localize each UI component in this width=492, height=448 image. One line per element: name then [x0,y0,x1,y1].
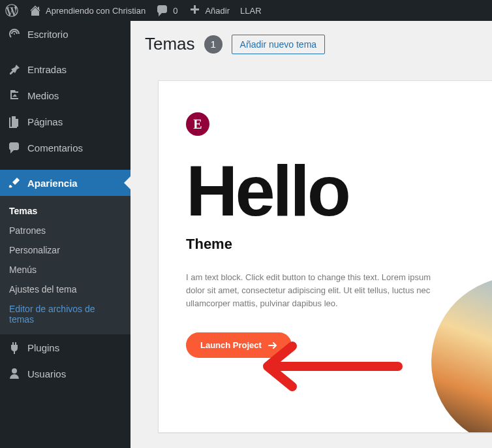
sidebar-item-media[interactable]: Medios [0,82,131,108]
admin-sidebar: Escritorio Entradas Medios Páginas [0,21,131,448]
sidebar-item-pages[interactable]: Páginas [0,108,131,135]
sidebar-item-label: Plugins [27,342,59,353]
user-icon [8,367,21,380]
comments-link[interactable]: 0 [151,0,183,21]
theme-title: Hello [186,158,469,223]
add-new-link[interactable]: Añadir [183,0,235,21]
comment-icon [156,4,169,17]
arrow-right-icon [268,342,277,349]
main-content: Temas 1 Añadir nuevo tema E Hello Theme … [131,21,492,448]
wordpress-icon [5,4,18,17]
sidebar-item-label: Usuarios [27,368,66,379]
submenu-item-patterns[interactable]: Patrones [0,221,131,240]
sidebar-item-label: Entradas [27,64,67,75]
pin-icon [8,63,21,76]
llar-label: LLAR [240,6,262,16]
appearance-submenu: Temas Patrones Personalizar Menús Ajuste… [0,196,131,334]
admin-bar: Aprendiendo con Christian 0 Añadir LLAR [0,0,492,21]
submenu-item-customize[interactable]: Personalizar [0,240,131,260]
sidebar-item-label: Comentarios [27,142,83,153]
sidebar-item-posts[interactable]: Entradas [0,56,131,82]
sidebar-item-label: Apariencia [27,178,78,189]
submenu-item-menus[interactable]: Menús [0,260,131,280]
launch-label: Launch Project [200,340,262,350]
page-title: Temas [145,34,195,54]
sidebar-item-plugins[interactable]: Plugins [0,334,131,360]
add-new-label: Añadir [205,6,230,16]
submenu-item-theme-file-editor[interactable]: Editor de archivos de temas [0,299,131,329]
comments-icon [8,141,21,154]
pages-icon [8,115,21,128]
sidebar-item-label: Páginas [27,116,63,127]
site-name: Aprendiendo con Christian [46,6,146,16]
brush-icon [8,176,21,189]
sidebar-item-users[interactable]: Usuarios [0,360,131,387]
sidebar-item-dashboard[interactable]: Escritorio [0,21,131,47]
sidebar-item-label: Medios [27,90,59,101]
theme-count-badge: 1 [204,35,223,54]
wp-logo[interactable] [0,0,23,21]
theme-card[interactable]: E Hello Theme I am text block. Click edi… [158,80,492,433]
launch-project-button[interactable]: Launch Project [186,332,292,358]
media-icon [8,89,21,102]
dashboard-icon [8,27,21,40]
sidebar-item-comments[interactable]: Comentarios [0,135,131,161]
home-icon [29,4,42,17]
comments-count: 0 [173,6,177,16]
add-new-theme-button[interactable]: Añadir nuevo tema [232,35,326,54]
sidebar-item-appearance[interactable]: Apariencia [0,170,131,196]
submenu-item-theme-settings[interactable]: Ajustes del tema [0,280,131,299]
page-heading: Temas 1 Añadir nuevo tema [145,34,478,54]
submenu-item-themes[interactable]: Temas [0,201,131,221]
plugin-icon [8,341,21,354]
llar-link[interactable]: LLAR [235,0,267,21]
elementor-badge-icon: E [186,112,209,136]
plus-icon [188,4,201,17]
theme-subtitle: Theme [186,236,469,253]
site-home-link[interactable]: Aprendiendo con Christian [23,0,151,21]
sidebar-item-label: Escritorio [27,29,69,40]
theme-description: I am text block. Click edit button to ch… [186,271,434,310]
